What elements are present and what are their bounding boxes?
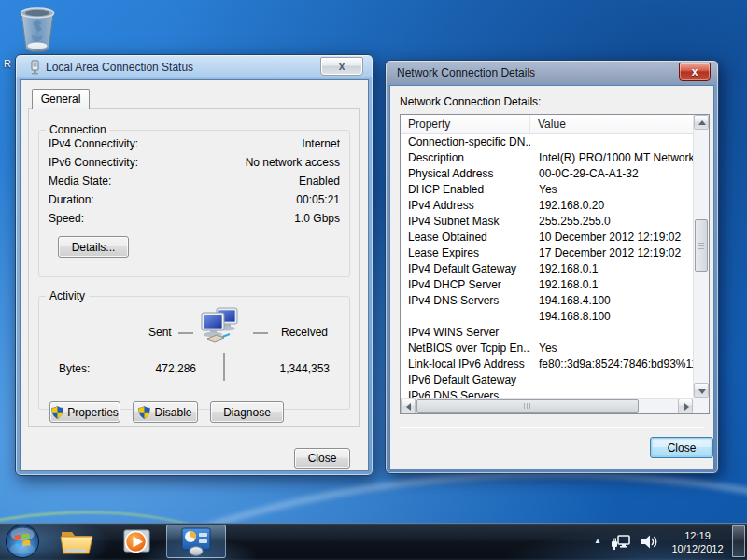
ipv4-connectivity-value: Internet xyxy=(302,137,340,150)
list-item[interactable]: IPv4 Subnet Mask255.255.255.0 xyxy=(401,214,693,230)
media-state-value: Enabled xyxy=(299,175,340,188)
scroll-down-icon xyxy=(698,389,706,394)
status-window-titlebar[interactable]: Local Area Connection Status x xyxy=(16,55,373,79)
scroll-up-icon xyxy=(698,120,706,125)
scrollbar-corner xyxy=(693,398,709,413)
recycle-bin-icon xyxy=(17,7,58,55)
taskbar-active-network-window-button[interactable] xyxy=(166,525,226,558)
list-item[interactable]: IPv4 WINS Server xyxy=(401,325,693,341)
scroll-right-icon xyxy=(684,403,689,411)
list-rows: Connection-specific DN... DescriptionInt… xyxy=(401,134,693,398)
tray-volume-icon[interactable] xyxy=(639,533,658,551)
media-state-label: Media State: xyxy=(49,175,111,188)
list-item[interactable]: Physical Address00-0C-29-CA-A1-32 xyxy=(401,166,693,182)
list-item[interactable]: IPv4 Default Gateway192.168.0.1 xyxy=(401,261,693,277)
taskbar-explorer-button[interactable] xyxy=(58,526,95,556)
list-item[interactable]: IPv4 Address192.168.0.20 xyxy=(401,198,693,214)
scroll-down-button[interactable] xyxy=(694,383,709,398)
details-window-title: Network Connection Details xyxy=(397,66,535,79)
bytes-sent-value: 472,286 xyxy=(122,362,196,375)
row-speed: Speed: 1.0 Gbps xyxy=(49,212,340,227)
ipv4-connectivity-label: IPv4 Connectivity: xyxy=(49,137,138,150)
tab-general[interactable]: General xyxy=(32,89,90,109)
connection-group-label: Connection xyxy=(46,123,110,136)
properties-button[interactable]: Properties xyxy=(49,401,120,423)
list-item[interactable]: IPv6 DNS Servers xyxy=(401,388,693,398)
connection-status-window-icon xyxy=(28,60,42,75)
tray-network-icon[interactable] xyxy=(610,533,630,551)
list-item[interactable]: Connection-specific DN... xyxy=(401,134,693,150)
bytes-received-value: 1,344,353 xyxy=(253,362,330,375)
duration-label: Duration: xyxy=(49,193,94,206)
scroll-up-button[interactable] xyxy=(694,115,709,130)
list-item[interactable]: DHCP EnabledYes xyxy=(401,182,693,198)
ipv6-connectivity-value: No network access xyxy=(246,156,340,169)
details-window-titlebar[interactable]: Network Connection Details x xyxy=(386,61,718,85)
vertical-scrollbar[interactable] xyxy=(693,115,709,398)
status-window-title: Local Area Connection Status xyxy=(46,61,193,74)
windows-start-icon xyxy=(5,524,40,559)
footer-separator xyxy=(400,427,704,428)
system-tray: ▲ 12:19 10/12/2012 xyxy=(594,523,728,560)
duration-value: 00:05:21 xyxy=(296,193,340,206)
show-desktop-button[interactable] xyxy=(732,525,745,557)
disable-button[interactable]: Disable xyxy=(133,401,198,423)
taskbar-media-player-button[interactable] xyxy=(118,526,155,556)
status-window-close-icon[interactable]: x xyxy=(320,57,363,76)
activity-group-label: Activity xyxy=(46,289,89,302)
horizontal-scroll-thumb[interactable] xyxy=(416,399,639,413)
list-header: Property Value xyxy=(401,115,693,134)
bytes-divider-line xyxy=(223,353,225,381)
properties-button-label: Properties xyxy=(67,406,119,419)
row-ipv6-connectivity: IPv6 Connectivity: No network access xyxy=(49,156,340,171)
list-item[interactable]: IPv6 Default Gateway xyxy=(401,372,693,388)
horizontal-scrollbar[interactable] xyxy=(401,398,693,413)
row-media-state: Media State: Enabled xyxy=(49,175,340,189)
scroll-left-icon xyxy=(406,403,411,411)
column-header-value[interactable]: Value xyxy=(530,115,693,133)
list-item[interactable]: DescriptionIntel(R) PRO/1000 MT Network … xyxy=(401,150,693,166)
network-status-window-icon xyxy=(180,526,212,556)
sent-label: Sent xyxy=(148,326,172,339)
column-header-property[interactable]: Property xyxy=(401,115,530,133)
clock-date: 10/12/2012 xyxy=(667,542,728,555)
list-item[interactable]: 194.168.8.100 xyxy=(401,309,693,325)
list-item[interactable]: Lease Obtained10 December 2012 12:19:02 xyxy=(401,230,693,245)
taskbar-clock[interactable]: 12:19 10/12/2012 xyxy=(667,528,728,555)
network-details-listview: Property Value Connection-specific DN...… xyxy=(400,114,710,414)
general-tab-page: Connection IPv4 Connectivity: Internet I… xyxy=(28,108,360,427)
windows-explorer-icon xyxy=(60,528,93,555)
row-ipv4-connectivity: IPv4 Connectivity: Internet xyxy=(49,137,340,152)
details-window-close-icon[interactable]: x xyxy=(679,63,711,81)
start-button[interactable] xyxy=(5,524,40,559)
taskbar: ▲ 12:19 10/12/2012 xyxy=(0,523,747,560)
status-close-button[interactable]: Close xyxy=(294,448,350,469)
windows-media-player-icon xyxy=(120,526,152,556)
scroll-left-button[interactable] xyxy=(401,399,416,413)
list-item[interactable]: NetBIOS over Tcpip En...Yes xyxy=(401,341,693,357)
network-computers-icon xyxy=(194,305,243,348)
details-window-client-area: Network Connection Details: Property Val… xyxy=(389,85,714,469)
scroll-right-button[interactable] xyxy=(678,399,693,413)
diagnose-button-label: Diagnose xyxy=(223,406,271,419)
uac-shield-icon xyxy=(51,406,63,419)
status-window-client-area: General Connection IPv4 Connectivity: In… xyxy=(20,79,369,471)
ipv6-connectivity-label: IPv6 Connectivity: xyxy=(49,156,138,169)
clock-time: 12:19 xyxy=(667,529,728,542)
details-close-button[interactable]: Close xyxy=(650,437,713,458)
window-local-area-connection-status: Local Area Connection Status x General C… xyxy=(15,54,374,476)
list-item[interactable]: IPv4 DHCP Server192.168.0.1 xyxy=(401,277,693,293)
speed-label: Speed: xyxy=(49,212,84,225)
received-connector-line xyxy=(253,332,268,334)
details-button[interactable]: Details... xyxy=(58,236,129,258)
speed-value: 1.0 Gbps xyxy=(294,212,340,225)
list-item[interactable]: Link-local IPv6 Addressfe80::3d9a:8524:7… xyxy=(401,357,693,372)
list-item[interactable]: IPv4 DNS Servers194.168.4.100 xyxy=(401,293,693,309)
window-network-connection-details: Network Connection Details x Network Con… xyxy=(385,60,719,474)
show-hidden-icons-button[interactable]: ▲ xyxy=(594,537,601,547)
vertical-scroll-thumb[interactable] xyxy=(695,219,708,272)
received-label: Received xyxy=(281,326,328,339)
bytes-label: Bytes: xyxy=(59,362,90,375)
list-item[interactable]: Lease Expires17 December 2012 12:19:02 xyxy=(401,245,693,261)
diagnose-button[interactable]: Diagnose xyxy=(210,401,284,423)
